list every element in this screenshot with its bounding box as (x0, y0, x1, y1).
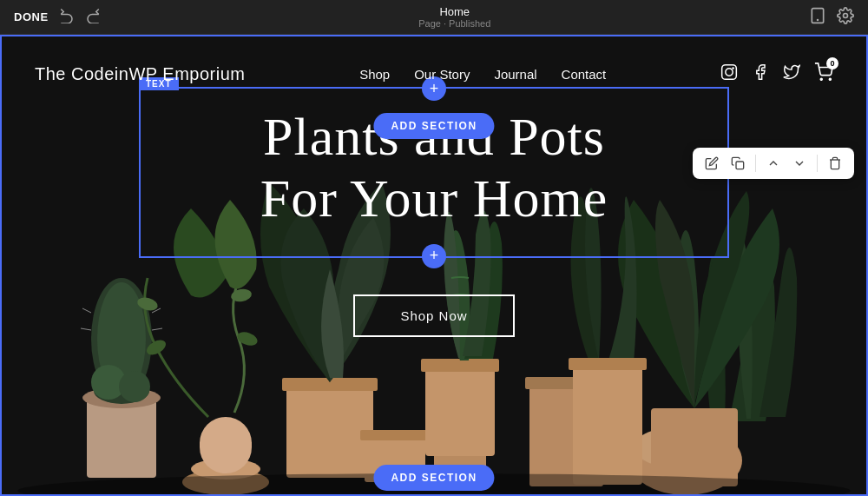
shop-now-button[interactable]: Shop Now (353, 294, 514, 337)
svg-rect-25 (360, 430, 430, 440)
float-delete-button[interactable] (823, 153, 847, 174)
add-section-top-button[interactable]: ADD SECTION (373, 113, 494, 139)
svg-point-2 (843, 13, 847, 17)
svg-rect-43 (736, 162, 744, 169)
toolbar-left: DONE (14, 8, 101, 27)
settings-button[interactable] (837, 7, 854, 28)
svg-point-40 (732, 67, 734, 69)
svg-point-14 (119, 371, 150, 402)
svg-rect-28 (425, 365, 495, 456)
svg-rect-4 (87, 400, 156, 478)
redo-button[interactable] (85, 8, 101, 27)
undo-button[interactable] (59, 8, 75, 27)
twitter-icon[interactable] (783, 63, 800, 85)
float-move-down-button[interactable] (787, 153, 812, 174)
cart-icon[interactable]: 0 (814, 63, 833, 86)
toolbar-center: Home Page · Published (418, 5, 490, 29)
float-edit-button[interactable] (700, 153, 724, 174)
svg-rect-22 (286, 382, 373, 478)
float-divider (755, 155, 756, 172)
facebook-icon[interactable] (752, 63, 769, 85)
page-wrapper: The CodeinWP Emporium Shop Our Story Jou… (0, 35, 868, 496)
top-toolbar: DONE Home Page · Published (0, 0, 868, 35)
svg-rect-35 (573, 363, 642, 485)
page-status: Page · Published (418, 18, 490, 29)
nav-our-story[interactable]: Our Story (414, 67, 470, 82)
done-button[interactable]: DONE (14, 10, 49, 23)
svg-rect-36 (569, 358, 647, 370)
page-title: Home (439, 5, 470, 18)
nav-bar: The CodeinWP Emporium Shop Our Story Jou… (0, 35, 868, 113)
nav-journal[interactable]: Journal (494, 67, 536, 82)
svg-rect-34 (651, 408, 738, 486)
float-duplicate-button[interactable] (726, 153, 750, 174)
svg-point-41 (820, 78, 822, 80)
float-move-up-button[interactable] (761, 153, 786, 174)
svg-rect-29 (421, 359, 499, 372)
float-divider-2 (817, 155, 818, 172)
svg-rect-17 (200, 417, 252, 473)
float-toolbar (693, 148, 854, 179)
tablet-view-button[interactable] (809, 7, 826, 28)
toolbar-right (809, 7, 854, 28)
add-section-bottom-button[interactable]: ADD SECTION (373, 465, 494, 491)
site-logo[interactable]: The CodeinWP Emporium (35, 64, 245, 84)
instagram-icon[interactable] (720, 63, 738, 85)
nav-contact[interactable]: Contact (562, 67, 607, 82)
svg-rect-38 (722, 64, 737, 79)
nav-icons: 0 (720, 63, 833, 86)
svg-point-42 (829, 78, 831, 80)
cart-count: 0 (826, 57, 838, 69)
nav-links: Shop Our Story Journal Contact (359, 67, 606, 82)
nav-shop[interactable]: Shop (359, 67, 390, 82)
add-content-below-button[interactable]: + (422, 244, 446, 268)
svg-point-39 (726, 68, 733, 75)
